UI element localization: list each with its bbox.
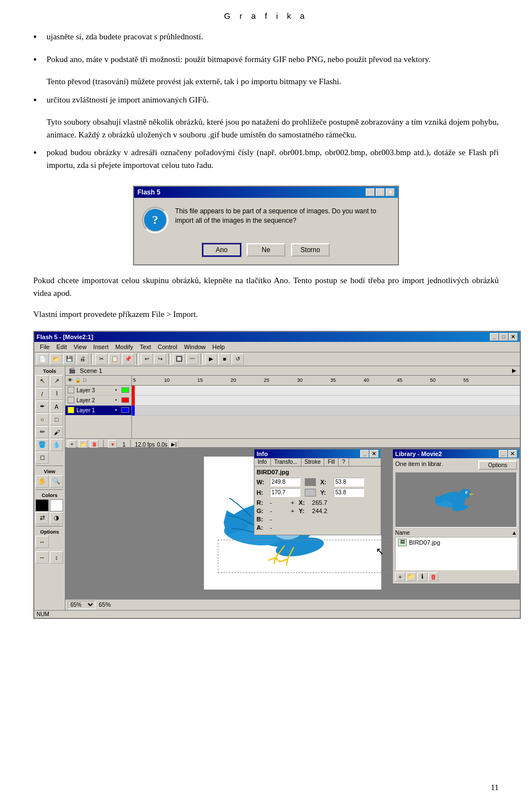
page-title: G r a f i k a: [33, 11, 499, 21]
default-colors-btn[interactable]: ◑: [50, 512, 63, 524]
selection-rect: [218, 540, 395, 573]
eye-icon: 👁: [68, 377, 73, 383]
lock-icon: 🔒: [75, 377, 81, 383]
toolbar-cut[interactable]: ✂: [95, 354, 108, 365]
tool-inkbucket[interactable]: 🪣: [35, 439, 49, 451]
option-rotate[interactable]: ↔: [35, 551, 49, 564]
dialog-ne-button[interactable]: Ne: [247, 243, 285, 257]
info-w-value[interactable]: 249.8: [270, 478, 300, 487]
layer-1-bullet: •: [115, 407, 117, 413]
library-minimize-btn[interactable]: _: [499, 450, 508, 458]
menu-control[interactable]: Control: [154, 343, 180, 351]
library-item-bird[interactable]: 🖼 BIRD07.jpg: [396, 537, 516, 547]
layer-3-name: Layer 3: [76, 387, 95, 393]
dialog-minimize-btn[interactable]: _: [366, 188, 375, 196]
tab-stroke[interactable]: Stroke: [301, 458, 325, 466]
menu-window[interactable]: Window: [181, 343, 209, 351]
toolbar-undo[interactable]: ↩: [141, 354, 153, 365]
menu-text[interactable]: Text: [136, 343, 154, 351]
menu-help[interactable]: Help: [209, 343, 228, 351]
tab-fill[interactable]: Fill: [324, 458, 339, 466]
tool-rect[interactable]: □: [50, 413, 63, 426]
library-close-btn[interactable]: ✕: [508, 450, 517, 458]
library-panel: Library - Movie2 _ ✕ One item in librar.…: [392, 449, 520, 584]
layer-2-name: Layer 2: [76, 397, 95, 403]
info-y-value[interactable]: 53.8: [334, 488, 364, 497]
library-col-kind: ▲: [511, 530, 517, 536]
toolbar-save[interactable]: 💾: [63, 354, 75, 365]
library-options-btn[interactable]: Options: [478, 460, 517, 470]
stroke-color-btn[interactable]: [35, 499, 49, 511]
layer-1-name: Layer 1: [76, 407, 95, 413]
tool-hand[interactable]: ✋: [35, 475, 49, 488]
flash-close-btn[interactable]: ✕: [509, 333, 518, 341]
info-g-value: -: [270, 508, 272, 514]
lib-new-folder-btn[interactable]: 📁: [406, 572, 416, 581]
swap-colors-btn[interactable]: ⇄: [35, 512, 49, 524]
tool-pencil[interactable]: ✏: [35, 426, 49, 438]
menu-file[interactable]: File: [37, 343, 53, 351]
option-scale[interactable]: ↕: [50, 551, 63, 564]
toolbar-redo[interactable]: ↪: [154, 354, 166, 365]
library-bottom-btns: + 📁 ℹ 🗑: [395, 572, 517, 581]
info-x-value[interactable]: 53.8: [334, 478, 364, 487]
toolbar-paste[interactable]: 📌: [122, 354, 134, 365]
menu-view[interactable]: View: [70, 343, 90, 351]
tool-lasso[interactable]: ⌇: [50, 388, 63, 400]
dialog-maximize-btn[interactable]: □: [376, 188, 385, 196]
toolbar-print[interactable]: 🖨: [76, 354, 89, 365]
tool-pen[interactable]: ✒: [35, 401, 49, 413]
option-1[interactable]: ↔: [35, 536, 49, 548]
toolbar-copy[interactable]: 📋: [109, 354, 121, 365]
tool-dropper[interactable]: 💧: [50, 439, 63, 451]
tool-brush[interactable]: 🖌: [50, 426, 63, 438]
library-label-bar: One item in librar. Options: [395, 460, 517, 470]
info-minimize-btn[interactable]: _: [360, 450, 369, 458]
menu-insert[interactable]: Insert: [90, 343, 112, 351]
lib-new-symbol-btn[interactable]: +: [395, 572, 405, 581]
dialog-storno-button[interactable]: Storno: [291, 243, 330, 257]
layer-2-bullet: •: [115, 397, 117, 403]
tool-line[interactable]: /: [35, 388, 49, 400]
toolbar-open[interactable]: 📂: [50, 354, 62, 365]
toolbar-play[interactable]: ▶: [205, 354, 217, 365]
toolbar-sep-4: [201, 354, 203, 365]
menu-modify[interactable]: Modify: [112, 343, 136, 351]
layer-1-row[interactable]: Layer 1 •: [65, 406, 131, 416]
tab-transform[interactable]: Transfo...: [271, 458, 301, 466]
layer-3-row[interactable]: Layer 3 •: [65, 386, 131, 396]
dialog-ano-button[interactable]: Ano: [202, 243, 241, 257]
flash-restore-btn[interactable]: □: [499, 333, 508, 341]
layer-2-row[interactable]: Layer 2 •: [65, 396, 131, 406]
library-item-name: BIRD07.jpg: [409, 539, 440, 546]
toolbar-snap[interactable]: 🔲: [173, 354, 185, 365]
tool-eraser[interactable]: ◻: [35, 452, 49, 464]
info-panel-btns: _ ✕: [360, 450, 378, 458]
tool-text[interactable]: A: [50, 401, 63, 413]
dialog-close-btn[interactable]: ✕: [386, 188, 395, 196]
lib-properties-btn[interactable]: ℹ: [417, 572, 427, 581]
fill-color-btn[interactable]: [50, 499, 63, 511]
toolbar-new[interactable]: 📄: [37, 354, 49, 365]
tab-help[interactable]: ?: [339, 458, 349, 466]
tool-subselect[interactable]: ↗: [50, 375, 63, 387]
after-dialog-para: Pokud chcete importovat celou skupinu ob…: [33, 274, 499, 299]
menu-edit[interactable]: Edit: [53, 343, 70, 351]
library-preview-area: [395, 472, 517, 528]
tool-zoom[interactable]: 🔍: [50, 475, 63, 488]
tool-oval[interactable]: ○: [35, 413, 49, 426]
zoom-select[interactable]: 65%: [68, 601, 95, 609]
tab-info[interactable]: Info: [254, 458, 271, 466]
toolbar-rewind[interactable]: ↺: [232, 354, 244, 365]
lib-delete-btn[interactable]: 🗑: [428, 572, 438, 581]
info-g-label: G:: [257, 508, 268, 514]
flash-minimize-btn[interactable]: _: [490, 333, 499, 341]
toolbar-smooth[interactable]: 〰: [186, 354, 198, 365]
info-close-btn[interactable]: ✕: [370, 450, 378, 458]
toolbar-stop[interactable]: ■: [218, 354, 231, 365]
tool-arrow[interactable]: ↖: [35, 375, 49, 387]
fps-display: 12.0 fps: [135, 442, 155, 448]
info-h-value[interactable]: 170.7: [270, 488, 300, 497]
layer-3-color: [121, 387, 129, 393]
bullet-item-3: • určitou zvláštností je import animovan…: [33, 94, 499, 112]
